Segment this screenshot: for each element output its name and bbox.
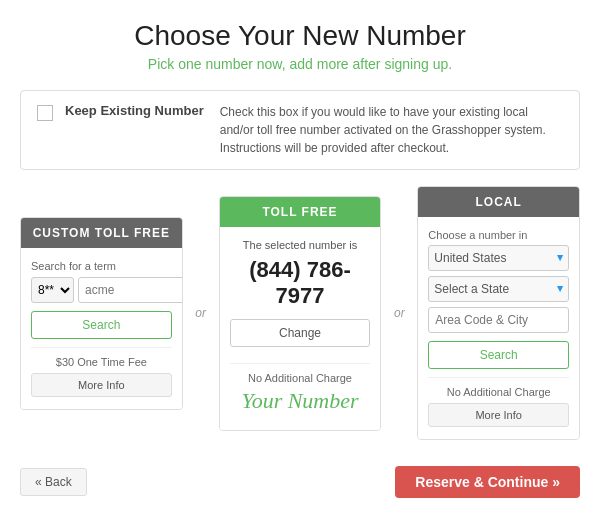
toll-free-header: TOLL FREE (220, 197, 381, 227)
selected-number: (844) 786-7977 (230, 257, 371, 309)
search-term-input[interactable] (78, 277, 183, 303)
reserve-continue-button[interactable]: Reserve & Continue » (395, 466, 580, 498)
panels-row: CUSTOM TOLL FREE Search for a term 8** S… (20, 186, 580, 440)
search-term-label: Search for a term (31, 260, 172, 272)
custom-toll-free-header: CUSTOM TOLL FREE (21, 218, 182, 248)
fee-text: $30 One Time Fee (31, 347, 172, 368)
toll-free-panel: TOLL FREE The selected number is (844) 7… (219, 196, 382, 431)
keep-existing-label: Keep Existing Number (65, 103, 204, 118)
local-more-info-button[interactable]: More Info (428, 403, 569, 427)
bottom-bar: « Back Reserve & Continue » (20, 456, 580, 504)
keep-existing-checkbox[interactable] (37, 105, 53, 121)
choose-number-in-label: Choose a number in (428, 229, 569, 241)
country-select-wrapper: United States (428, 245, 569, 271)
toll-free-no-charge: No Additional Charge (230, 363, 371, 384)
page-subtitle: Pick one number now, add more after sign… (20, 56, 580, 72)
country-select[interactable]: United States (428, 245, 569, 271)
state-select-wrapper: Select a State (428, 276, 569, 302)
prefix-select[interactable]: 8** (31, 277, 74, 303)
or-divider-2: or (381, 306, 417, 320)
selected-number-label: The selected number is (230, 239, 371, 251)
change-number-button[interactable]: Change (230, 319, 371, 347)
search-row: 8** (31, 277, 172, 303)
your-number-label: Your Number (230, 388, 371, 414)
local-panel: LOCAL Choose a number in United States S… (417, 186, 580, 440)
page-title: Choose Your New Number (20, 20, 580, 52)
back-button[interactable]: « Back (20, 468, 87, 496)
area-code-input[interactable] (428, 307, 569, 333)
keep-existing-section: Keep Existing Number Check this box if y… (20, 90, 580, 170)
or-divider-1: or (183, 306, 219, 320)
local-search-button[interactable]: Search (428, 341, 569, 369)
local-no-charge: No Additional Charge (428, 377, 569, 398)
keep-existing-description: Check this box if you would like to have… (220, 103, 563, 157)
custom-search-button[interactable]: Search (31, 311, 172, 339)
state-select[interactable]: Select a State (428, 276, 569, 302)
local-header: LOCAL (418, 187, 579, 217)
custom-more-info-button[interactable]: More Info (31, 373, 172, 397)
custom-toll-free-panel: CUSTOM TOLL FREE Search for a term 8** S… (20, 217, 183, 410)
